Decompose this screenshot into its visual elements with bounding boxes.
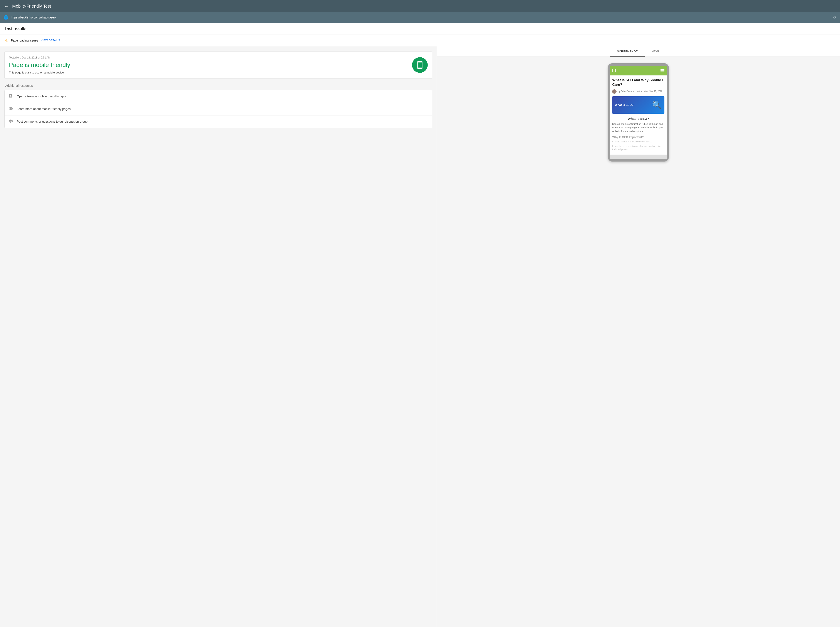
warning-text: Page loading issues (11, 39, 38, 42)
result-title: Page is mobile friendly (9, 61, 408, 69)
back-button[interactable]: ← (4, 4, 9, 9)
resources-card: Open site-wide mobile usability report L… (4, 90, 432, 128)
phone-faded-text-2: In fact, here's a breakdown of where mos… (612, 145, 665, 151)
phone-bottom-bar (609, 154, 667, 159)
main-content: Tested on: Dec 13, 2018 at 9:51 AM Page … (0, 46, 840, 627)
phone-banner: What Is SEO? 🔍 (612, 96, 665, 114)
phone-screen: What Is SEO and Why Should I Care? by Br… (609, 66, 667, 159)
warning-icon: ⚠ (4, 38, 8, 43)
result-date: Tested on: Dec 13, 2018 at 9:51 AM (9, 56, 408, 59)
author-avatar (612, 89, 617, 94)
banner-text: What Is SEO? (615, 103, 633, 107)
resource-text-2: Learn more about mobile-friendly pages (17, 107, 71, 111)
phone-subheading: Why Is SEO Important? (612, 135, 665, 139)
phone-author-row: by Brian Dean ⏱ Last updated Nov. 27, 20… (612, 89, 665, 94)
globe-icon: 🌐 (3, 15, 8, 20)
left-panel: Tested on: Dec 13, 2018 at 9:51 AM Page … (0, 46, 437, 627)
resource-text-1: Open site-wide mobile usability report (17, 95, 68, 98)
phone-preview: What Is SEO and Why Should I Care? by Br… (599, 57, 677, 168)
result-card: Tested on: Dec 13, 2018 at 9:51 AM Page … (4, 52, 432, 79)
mobile-friendly-icon (412, 57, 428, 73)
comment-icon (8, 119, 13, 124)
phone-frame: What Is SEO and Why Should I Care? by Br… (608, 63, 669, 162)
header-title: Mobile-Friendly Test (12, 4, 51, 9)
learn-icon (8, 106, 13, 112)
banner-icon: 🔍 (652, 101, 662, 110)
phone-body-text: Search engine optimization (SEO) is the … (612, 122, 665, 133)
warning-bar: ⚠ Page loading issues VIEW DETAILS (0, 35, 840, 46)
app-header: ← Mobile-Friendly Test (0, 0, 840, 12)
url-bar: 🌐 ⟳ (0, 12, 840, 23)
report-icon (8, 94, 13, 99)
author-name: by Brian Dean (618, 90, 632, 93)
phone-nav-menu (660, 69, 665, 72)
tab-screenshot[interactable]: SCREENSHOT (610, 46, 645, 57)
resource-item-1[interactable]: Open site-wide mobile usability report (5, 90, 432, 103)
right-panel: SCREENSHOT HTML (437, 46, 840, 627)
result-desc: This page is easy to use on a mobile dev… (9, 71, 408, 74)
tab-html[interactable]: HTML (645, 46, 666, 57)
url-input[interactable] (11, 16, 833, 19)
author-date: ⏱ Last updated Nov. 27, 2018 (633, 90, 663, 93)
phone-nav-bar (609, 66, 667, 76)
phone-content: What Is SEO and Why Should I Care? by Br… (609, 76, 667, 154)
phone-section-title: What Is SEO? (612, 117, 665, 120)
view-details-link[interactable]: VIEW DETAILS (41, 39, 60, 42)
additional-resources-title: Additional resources (4, 84, 432, 87)
resource-item-2[interactable]: Learn more about mobile-friendly pages (5, 103, 432, 115)
phone-faded-text-1: In short: search is a BIG source of traf… (612, 140, 665, 143)
resource-text-3: Post comments or questions to our discus… (17, 120, 87, 123)
resource-item-3[interactable]: Post comments or questions to our discus… (5, 115, 432, 128)
test-results-label: Test results (0, 23, 840, 35)
result-card-text: Tested on: Dec 13, 2018 at 9:51 AM Page … (9, 56, 408, 74)
phone-nav-square (612, 69, 616, 72)
refresh-button[interactable]: ⟳ (833, 15, 837, 20)
phone-article-title: What Is SEO and Why Should I Care? (612, 78, 665, 87)
preview-tabs: SCREENSHOT HTML (437, 46, 840, 57)
